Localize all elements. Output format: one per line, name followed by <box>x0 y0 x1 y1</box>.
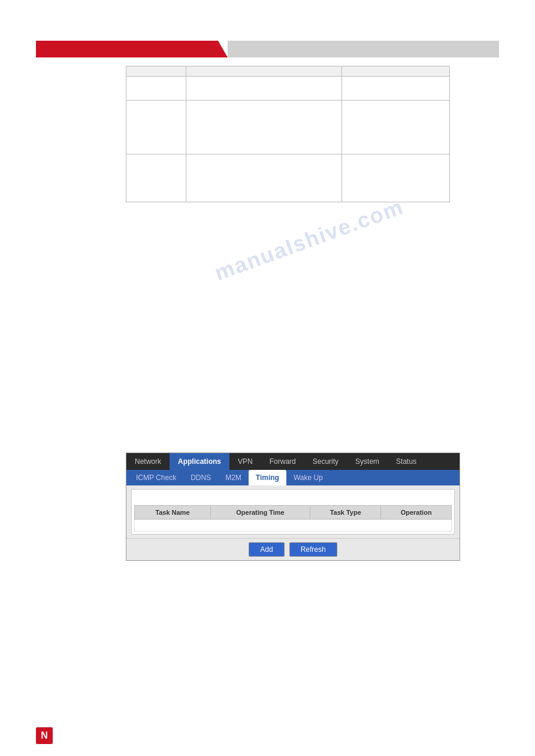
col-operation: Operation <box>381 506 452 520</box>
data-table: Task Name Operating Time Task Type Opera… <box>134 505 452 532</box>
table-row-3-col2 <box>186 154 342 202</box>
table-header-col3 <box>342 66 450 77</box>
table-row-3-col3 <box>342 154 450 202</box>
brand-logo: N <box>36 727 53 744</box>
refresh-button[interactable]: Refresh <box>289 542 337 557</box>
content-inner: Task Name Operating Time Task Type Opera… <box>131 489 455 535</box>
sub-tab-ddns[interactable]: DDNS <box>183 470 218 485</box>
table-row-2-col1 <box>126 101 186 154</box>
sub-tab-icmp-check[interactable]: ICMP Check <box>129 470 183 485</box>
table-header-col2 <box>186 66 342 77</box>
table-row-1-col2 <box>186 77 342 101</box>
table-row-2-col2 <box>186 101 342 154</box>
table-row-3-col1 <box>126 154 186 202</box>
col-operating-time: Operating Time <box>210 506 310 520</box>
col-task-name: Task Name <box>135 506 211 520</box>
nav-item-vpn[interactable]: VPN <box>229 453 261 470</box>
spacer-bar <box>134 492 452 503</box>
ui-screenshot-box: Network Applications VPN Forward Securit… <box>126 453 460 561</box>
content-area: Task Name Operating Time Task Type Opera… <box>126 485 460 538</box>
empty-row <box>135 520 452 532</box>
nav-item-system[interactable]: System <box>347 453 388 470</box>
top-banner <box>36 41 499 57</box>
nav-bar: Network Applications VPN Forward Securit… <box>126 453 460 470</box>
nav-item-network[interactable]: Network <box>126 453 170 470</box>
watermark: manuaIshive.com <box>211 194 407 286</box>
table-row-1-col3 <box>342 77 450 101</box>
banner-red <box>36 41 228 57</box>
table-row-1-col1 <box>126 77 186 101</box>
add-button[interactable]: Add <box>249 542 284 557</box>
doc-table <box>126 66 450 202</box>
table-row-2-col3 <box>342 101 450 154</box>
col-task-type: Task Type <box>310 506 381 520</box>
nav-item-forward[interactable]: Forward <box>261 453 304 470</box>
sub-tab-m2m[interactable]: M2M <box>218 470 249 485</box>
table-header-col1 <box>126 66 186 77</box>
banner-gray <box>228 41 499 57</box>
sub-tab-bar: ICMP Check DDNS M2M Timing Wake Up <box>126 470 460 485</box>
sub-tab-wake-up[interactable]: Wake Up <box>286 470 330 485</box>
nav-item-security[interactable]: Security <box>304 453 347 470</box>
sub-tab-timing[interactable]: Timing <box>249 470 286 485</box>
nav-item-applications[interactable]: Applications <box>170 453 229 470</box>
bottom-bar: Add Refresh <box>126 538 460 560</box>
nav-item-status[interactable]: Status <box>388 453 425 470</box>
